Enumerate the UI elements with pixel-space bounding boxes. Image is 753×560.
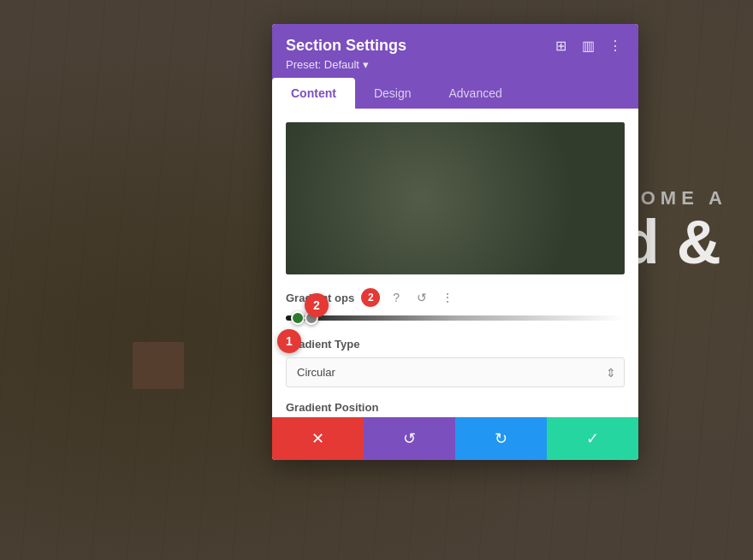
section-settings-panel: Section Settings ⊞ ▥ ⋮ Preset: Default ▾… bbox=[272, 24, 638, 460]
expand-icon[interactable]: ⊞ bbox=[551, 36, 570, 55]
more-stops-icon[interactable]: ⋮ bbox=[438, 288, 457, 307]
panel-tabs: Content Design Advanced bbox=[272, 78, 638, 109]
panel-header-top: Section Settings ⊞ ▥ ⋮ bbox=[286, 36, 625, 55]
save-button[interactable]: ✓ bbox=[547, 417, 638, 460]
preset-label: Preset: Default bbox=[286, 58, 359, 71]
redo-button[interactable]: ↻ bbox=[455, 417, 547, 460]
preset-arrow-icon: ▾ bbox=[363, 58, 369, 71]
gradient-stop-badge-1[interactable]: 1 bbox=[277, 329, 301, 353]
gradient-type-select[interactable]: Linear Radial Circular Conic bbox=[286, 357, 625, 387]
reset-icon[interactable]: ↺ bbox=[412, 288, 431, 307]
gradient-preview bbox=[286, 122, 625, 274]
undo-button[interactable]: ↺ bbox=[364, 417, 455, 460]
gradient-slider-container: 1 2 bbox=[286, 315, 625, 321]
panel-header-icons: ⊞ ▥ ⋮ bbox=[551, 36, 625, 55]
decorative-box bbox=[133, 342, 184, 389]
cancel-button[interactable]: ✕ bbox=[272, 417, 364, 460]
gradient-stop-badge-2[interactable]: 2 bbox=[305, 293, 329, 317]
gradient-stops-row: Gradient ops 2 ? ↺ ⋮ bbox=[286, 288, 625, 307]
tab-advanced[interactable]: Advanced bbox=[430, 78, 520, 109]
help-icon[interactable]: ? bbox=[387, 288, 406, 307]
gradient-badge-2[interactable]: 2 bbox=[361, 288, 380, 307]
panel-body: Gradient ops 2 ? ↺ ⋮ 1 2 Gradient Type L… bbox=[272, 109, 638, 417]
gradient-type-label: Gradient Type bbox=[286, 338, 625, 351]
preset-selector[interactable]: Preset: Default ▾ bbox=[286, 58, 625, 71]
panel-footer: ✕ ↺ ↻ ✓ bbox=[272, 417, 638, 460]
gradient-position-label: Gradient Position bbox=[286, 401, 625, 414]
gradient-stop-handle-1[interactable] bbox=[291, 311, 305, 325]
tab-design[interactable]: Design bbox=[355, 78, 430, 109]
panel-title: Section Settings bbox=[286, 37, 406, 55]
columns-icon[interactable]: ▥ bbox=[578, 36, 597, 55]
gradient-type-select-wrapper: Linear Radial Circular Conic ⇕ bbox=[286, 357, 625, 387]
gradient-slider-track[interactable]: 2 bbox=[286, 315, 625, 321]
tab-content[interactable]: Content bbox=[272, 78, 355, 109]
more-options-icon[interactable]: ⋮ bbox=[606, 36, 625, 55]
panel-header: Section Settings ⊞ ▥ ⋮ Preset: Default ▾ bbox=[272, 24, 638, 78]
